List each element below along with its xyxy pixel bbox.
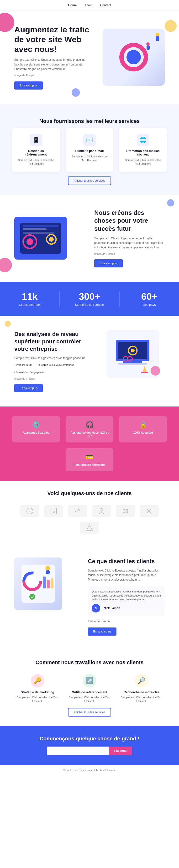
reviewer-avatar: N (92, 604, 100, 613)
testimonial-text-block: Ce que disent les clients Sample text. C… (88, 557, 165, 636)
hero-image (90, 29, 165, 86)
stat-clients-label: Clients heureux (0, 303, 59, 307)
clients-section: Voici quelques-uns de nos clients C 📋 (0, 481, 179, 543)
feature-icon-flexible: ⚙️ (16, 421, 56, 429)
create-credit: Image de Freepik (94, 252, 165, 256)
analysis-cta-button[interactable]: En savoir plus (14, 384, 43, 392)
service-card-email: 📧 Publicité par e-mail Sample text. Clic… (66, 128, 113, 172)
nav-home[interactable]: Home (68, 3, 77, 7)
services-section: Nous fournissons les meilleurs services … (0, 104, 179, 194)
testimonial-body: Sample text. Click to Egestas egestas fr… (88, 568, 165, 582)
nav-about[interactable]: About (84, 3, 93, 7)
feature-support: 🎧 Assistance dédiée 24h/24 et 7j/7 (66, 416, 113, 442)
svg-point-0 (156, 33, 159, 36)
feature-icon-pricing: 💳 (70, 453, 109, 461)
how-title-keywords: Recherche de mots-clés (119, 690, 165, 694)
how-icon-seo: ↗️ (83, 674, 96, 687)
stat-team: 300+ Membres de l'équipe (60, 291, 119, 307)
analysis-body: Sample text. Click to Egestas egestas fr… (14, 356, 91, 361)
create-body: Sample text. Click to Egestas egestas fr… (94, 236, 165, 250)
svg-point-25 (100, 508, 103, 511)
client-logo-2 (68, 505, 87, 517)
stats-section: 11k Clients heureux 300+ Membres de l'éq… (0, 282, 179, 316)
cta-subscribe-button[interactable]: S'abonner (109, 747, 132, 755)
logo-icon-5 (146, 507, 153, 515)
svg-marker-30 (87, 525, 92, 530)
svg-rect-5 (23, 228, 47, 230)
cta-email-input[interactable] (47, 747, 109, 755)
svg-point-34 (27, 576, 38, 587)
footer-text: Sample text. Click to select the Text El… (63, 769, 116, 772)
how-all-button[interactable]: Afficher tous les services (68, 708, 111, 717)
svg-rect-38 (51, 579, 53, 588)
analysis-list-item: Surveillons l'engagement (14, 371, 45, 374)
service-body-email: Sample text. Click to select the Text El… (70, 155, 109, 162)
testimonial-title: Ce que disent les clients (88, 557, 165, 565)
stat-countries-num: 60+ (120, 291, 179, 302)
hero-blob-pink (0, 13, 14, 32)
cta-input-row: S'abonner (14, 747, 165, 755)
analysis-illustration (106, 330, 159, 378)
navigation: Home About Contact (0, 0, 179, 10)
blob-yellow-analysis (5, 321, 11, 327)
service-card-social: 🌐 Promotion des médias sociaux Sample te… (119, 128, 167, 172)
stat-clients: 11k Clients heureux (0, 291, 60, 307)
hero-blob-blue (72, 88, 80, 97)
hero-title: Augmentez le trafic de votre site Web av… (14, 25, 90, 54)
footer-note: Sample text. Click to select the Text El… (0, 765, 179, 775)
client-logo-3 (92, 505, 111, 517)
how-body-marketing: Sample text. Click to select the Text El… (14, 695, 60, 703)
review-text: Quam lacus suspendisse faucibus interdum… (92, 590, 161, 601)
how-icon-marketing: 🔑 (31, 674, 44, 687)
how-body-keywords: Sample text. Click to select the Text El… (119, 695, 165, 703)
svg-text:📋: 📋 (52, 510, 55, 513)
client-logo-0: C (20, 505, 40, 517)
create-image (14, 217, 85, 259)
svg-rect-20 (141, 372, 148, 373)
svg-rect-40 (46, 570, 50, 574)
analysis-list: Prendre l'outil Intégrez-le sur votre en… (14, 363, 91, 374)
hero-body: Sample text. Click to Egestas egestas fr… (14, 58, 90, 71)
svg-rect-14 (119, 363, 147, 365)
feature-pricing: 💳 Plan tarifaire abordable (66, 448, 113, 471)
testimonial-illustration (14, 557, 62, 610)
feature-label-flexible: Avantages flexibles (16, 431, 56, 434)
analysis-credit: Image de Freepik (14, 377, 91, 381)
client-logo-6 (80, 522, 99, 534)
create-title: Nous créons des choses pour votre succès… (94, 209, 165, 233)
svg-rect-27 (126, 509, 128, 513)
svg-point-16 (131, 349, 135, 352)
feature-icon-secure: 🔒 (123, 421, 163, 429)
svg-point-2 (146, 42, 150, 46)
testimonial-cta-button[interactable]: En savoir plus (88, 627, 116, 636)
nav-contact[interactable]: Contact (100, 3, 111, 7)
create-text-block: Nous créons des choses pour votre succès… (94, 209, 165, 268)
target-circle-inner (127, 50, 141, 64)
svg-rect-26 (123, 509, 125, 513)
cta-banner: Commençons quelque chose de grand ! S'ab… (0, 726, 179, 765)
testimonial-svg (19, 562, 57, 605)
reviewer-name: Nick Larson (104, 607, 120, 610)
how-icon-keywords: 🔎 (135, 674, 148, 687)
blob-pink-analysis (151, 366, 160, 375)
client-logo-4 (116, 505, 135, 517)
stat-team-label: Membres de l'équipe (60, 303, 119, 307)
services-title: Nous fournissons les meilleurs services (9, 108, 170, 128)
reviewer-row: N Nick Larson (92, 604, 161, 613)
service-title-seo: Gestion du référencement (17, 149, 55, 156)
blob-red (0, 258, 12, 272)
clients-logos-row: C 📋 (14, 505, 165, 534)
create-cta-button[interactable]: En savoir plus (94, 259, 123, 268)
client-logo-1: 📋 (44, 505, 63, 517)
logo-icon-4 (122, 507, 129, 515)
service-title-social: Promotion des médias sociaux (124, 149, 162, 156)
analysis-section: Des analyses de niveau supérieur pour co… (0, 316, 179, 406)
monitor-screen (20, 223, 61, 254)
feature-secure: 🔒 100% sécurisé (119, 416, 167, 442)
blob-blue-small (167, 199, 174, 207)
testimonial-image (14, 557, 78, 610)
services-all-button[interactable]: Afficher tous les services (68, 177, 111, 185)
hero-cta-button[interactable]: En savoir plus (14, 82, 43, 90)
feature-label-support: Assistance dédiée 24h/24 et 7j/7 (70, 431, 109, 438)
how-section: Comment nous travaillons avec nos client… (0, 650, 179, 726)
